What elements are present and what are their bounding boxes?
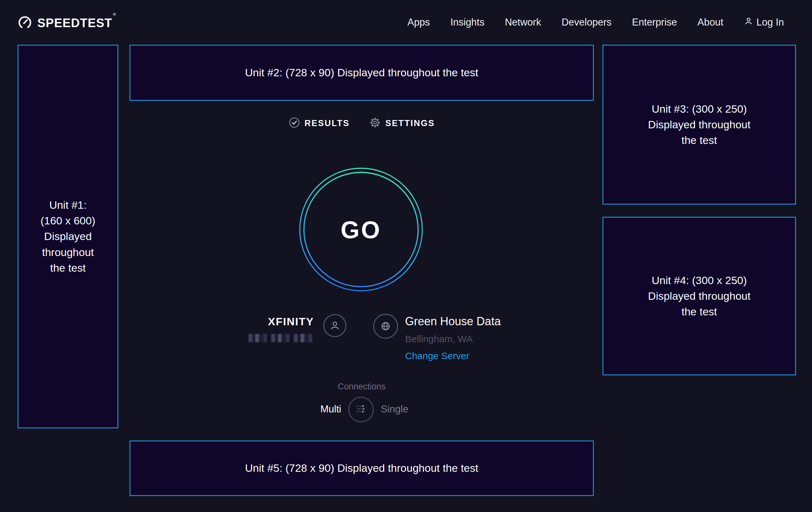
nav-item-enterprise[interactable]: Enterprise xyxy=(632,17,677,28)
trademark-mark: ® xyxy=(113,12,116,17)
login-button[interactable]: Log In xyxy=(744,16,784,28)
isp-user-icon xyxy=(323,314,346,337)
gear-icon xyxy=(369,117,381,130)
ad-unit-text: Unit #3: (300 x 250) Displayed throughou… xyxy=(648,101,750,149)
server-location: Bellingham, WA xyxy=(405,333,501,344)
ad-unit-text: Unit #1: (160 x 600) Displayed throughou… xyxy=(40,197,95,276)
ad-unit-text: Unit #2: (728 x 90) Displayed throughout… xyxy=(245,65,478,80)
nav-item-apps[interactable]: Apps xyxy=(407,17,430,28)
tab-results-label: RESULTS xyxy=(304,118,350,128)
ad-unit-1-skyscraper: Unit #1: (160 x 600) Displayed throughou… xyxy=(18,45,118,428)
connections-label: Connections xyxy=(129,382,594,392)
speedtest-logo[interactable]: SPEEDTEST® xyxy=(18,15,116,31)
nav-menu: Apps Insights Network Developers Enterpr… xyxy=(407,0,784,45)
brand-name: SPEEDTEST® xyxy=(37,16,116,30)
check-circle-icon xyxy=(289,117,300,130)
ad-unit-text: Unit #4: (300 x 250) Displayed throughou… xyxy=(648,273,750,320)
connection-mode-single[interactable]: Single xyxy=(381,403,408,415)
change-server-link[interactable]: Change Server xyxy=(405,350,501,361)
user-icon xyxy=(744,16,753,28)
nav-item-developers[interactable]: Developers xyxy=(562,17,612,28)
tab-settings-label: SETTINGS xyxy=(385,118,435,128)
tab-settings[interactable]: SETTINGS xyxy=(369,117,435,130)
ad-unit-text: Unit #5: (728 x 90) Displayed throughout… xyxy=(245,460,478,476)
server-name: Green House Data xyxy=(405,315,501,328)
ad-unit-5-leaderboard: Unit #5: (728 x 90) Displayed throughout… xyxy=(129,440,594,496)
ip-address-redacted xyxy=(249,334,315,342)
isp-name: XFINITY xyxy=(268,315,314,328)
nav-item-network[interactable]: Network xyxy=(505,17,541,28)
go-button[interactable]: GO xyxy=(298,167,424,292)
tab-results[interactable]: RESULTS xyxy=(289,117,350,130)
ad-unit-2-leaderboard: Unit #2: (728 x 90) Displayed throughout… xyxy=(129,45,594,101)
speedtest-page: SPEEDTEST® Apps Insights Network Develop… xyxy=(0,0,812,512)
ad-unit-4-rectangle: Unit #4: (300 x 250) Displayed throughou… xyxy=(603,217,796,375)
go-button-label: GO xyxy=(298,167,424,292)
gauge-icon xyxy=(18,15,32,31)
connection-mode-toggle[interactable] xyxy=(348,397,374,422)
nav-item-insights[interactable]: Insights xyxy=(450,17,485,28)
top-navbar: SPEEDTEST® Apps Insights Network Develop… xyxy=(0,0,812,45)
ad-unit-3-rectangle: Unit #3: (300 x 250) Displayed throughou… xyxy=(603,45,796,205)
server-info: Green House Data Bellingham, WA Change S… xyxy=(405,315,501,361)
multi-arrows-icon xyxy=(354,402,368,417)
connection-mode-multi[interactable]: Multi xyxy=(321,403,341,415)
server-globe-icon xyxy=(373,314,398,339)
nav-item-about[interactable]: About xyxy=(697,17,723,28)
tabs-row: RESULTS xyxy=(129,117,594,130)
login-label: Log In xyxy=(756,17,784,28)
